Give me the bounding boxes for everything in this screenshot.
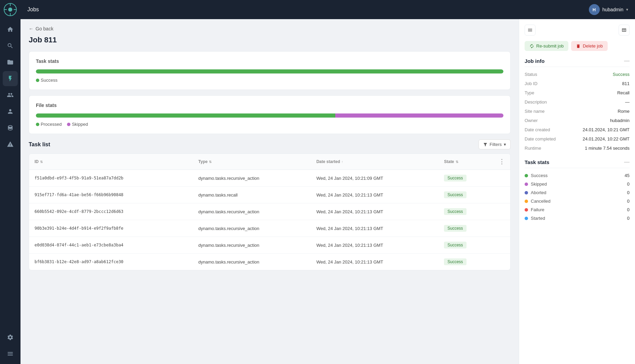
th-date-started: Date started ↑: [311, 154, 439, 170]
date-created-row: Date created 24.01.2024, 10:21 GMT: [525, 127, 630, 132]
th-date-label: Date started: [316, 159, 340, 164]
legend-success: Success: [36, 78, 57, 83]
date-completed-value: 24.01.2024, 10:22 GMT: [583, 136, 630, 141]
owner-value: hubadmin: [610, 118, 630, 123]
skipped-segment: [335, 113, 503, 118]
state-badge: Success: [444, 208, 466, 215]
cell-actions: [493, 220, 510, 237]
panel-layout-icon[interactable]: [619, 25, 630, 36]
username-label: hubadmin: [603, 7, 624, 12]
table-row[interactable]: 90b3e391-b24e-4d4f-b914-e9f2f9afb8fe dyn…: [29, 220, 510, 237]
sidebar-item-settings[interactable]: [3, 330, 18, 345]
table-row[interactable]: e0d038d4-074f-44c1-aeb1-e73cbe8a3ba4 dyn…: [29, 237, 510, 254]
th-date-sort[interactable]: Date started ↑: [316, 159, 433, 164]
file-stats-bar: [36, 113, 503, 118]
cell-actions: [493, 170, 510, 187]
table-more-icon[interactable]: ⋮: [499, 158, 505, 165]
cell-type: dynamo.tasks.recursive_action: [193, 220, 311, 237]
filters-button[interactable]: Filters ▾: [478, 139, 511, 149]
resubmit-job-button[interactable]: Re-submit job: [525, 41, 568, 51]
th-id: ID ⇅: [29, 154, 193, 170]
table-row[interactable]: f51a0dbd-e9f3-4f5b-91a9-51ea87a7dd2b dyn…: [29, 170, 510, 187]
th-actions: ⋮: [493, 154, 510, 170]
th-type: Type ⇅: [193, 154, 311, 170]
stat-label: Success: [525, 173, 548, 178]
cell-id: bf6b3831-b12e-42e8-ad97-a8ab612fce30: [29, 254, 193, 270]
delete-icon: [576, 44, 581, 49]
state-badge: Success: [444, 191, 466, 198]
cell-type: dynamo.tasks.recursive_action: [193, 237, 311, 254]
th-type-sort[interactable]: Type ⇅: [198, 159, 305, 164]
job-info-collapse-icon[interactable]: —: [624, 58, 630, 64]
task-stats-panel-header: Task stats —: [525, 159, 630, 168]
legend-skipped-label: Skipped: [72, 122, 88, 127]
type-row: Type Recall: [525, 90, 630, 95]
task-stats-title: Task stats: [36, 58, 503, 64]
date-created-value: 24.01.2024, 10:21 GMT: [583, 127, 630, 132]
cell-date: Wed, 24 Jan 2024, 10:21:09 GMT: [311, 170, 439, 187]
state-sort-icon: ⇅: [456, 160, 458, 164]
delete-job-button[interactable]: Delete job: [571, 41, 608, 51]
cell-actions: [493, 237, 510, 254]
stat-value: 0: [627, 181, 630, 187]
go-back-label: Go back: [36, 26, 53, 31]
stat-row: Skipped 0: [525, 181, 630, 187]
cell-state: Success: [438, 220, 493, 237]
job-id-value: 811: [622, 81, 630, 86]
cell-date: Wed, 24 Jan 2024, 10:21:13 GMT: [311, 220, 439, 237]
sidebar-item-search[interactable]: [3, 38, 18, 53]
th-state-sort[interactable]: State ⇅: [444, 159, 488, 164]
site-name-value: Rome: [618, 109, 630, 114]
sidebar-item-database[interactable]: [3, 120, 18, 135]
sidebar-item-person[interactable]: [3, 104, 18, 119]
table-row[interactable]: bf6b3831-b12e-42e8-ad97-a8ab612fce30 dyn…: [29, 254, 510, 270]
table-row[interactable]: 915ef717-fd6a-41ae-be56-f66b96b90848 dyn…: [29, 187, 510, 203]
table-body: f51a0dbd-e9f3-4f5b-91a9-51ea87a7dd2b dyn…: [29, 170, 510, 270]
state-badge: Success: [444, 225, 466, 232]
file-stats-title: File stats: [36, 103, 503, 108]
sidebar-item-users-group[interactable]: [3, 87, 18, 103]
main-content: ← Go back Job 811 Task stats Success: [21, 19, 519, 364]
legend-processed-label: Processed: [41, 122, 62, 127]
resubmit-icon: [529, 44, 534, 49]
filter-icon: [483, 142, 488, 147]
delete-label: Delete job: [583, 43, 603, 49]
task-stats-collapse-icon[interactable]: —: [624, 159, 630, 165]
stat-name: Skipped: [531, 181, 547, 187]
th-id-sort[interactable]: ID ⇅: [35, 159, 187, 164]
topbar-user[interactable]: H hubadmin ▾: [589, 4, 629, 15]
type-label: Type: [525, 90, 534, 95]
sidebar-nav: [3, 19, 18, 327]
site-name-label: Site name: [525, 109, 545, 114]
sidebar-item-collapse[interactable]: [3, 346, 18, 361]
task-stats-legend: Success: [36, 78, 503, 83]
cell-state: Success: [438, 254, 493, 270]
stat-row: Success 45: [525, 173, 630, 178]
skipped-dot: [67, 123, 70, 126]
resubmit-label: Re-submit job: [536, 43, 564, 49]
main-wrapper: Jobs H hubadmin ▾ ← Go back Job 811 Task…: [21, 0, 635, 364]
panel-sidebar-icon[interactable]: [525, 25, 536, 36]
topbar-title: Jobs: [27, 6, 589, 13]
content-area: ← Go back Job 811 Task stats Success: [21, 19, 635, 364]
cell-date: Wed, 24 Jan 2024, 10:21:13 GMT: [311, 237, 439, 254]
app-logo[interactable]: [0, 0, 21, 19]
sidebar-item-home[interactable]: [3, 22, 18, 37]
th-id-label: ID: [35, 159, 39, 164]
date-completed-label: Date completed: [525, 136, 556, 141]
success-dot: [36, 79, 39, 82]
table-row[interactable]: 660b5542-092e-4cdf-8779-2bccc12d6d63 dyn…: [29, 203, 510, 220]
cell-date: Wed, 24 Jan 2024, 10:21:13 GMT: [311, 203, 439, 220]
sidebar-item-jobs[interactable]: [3, 71, 18, 86]
filters-label: Filters: [490, 142, 502, 147]
job-id-label: Job ID: [525, 81, 538, 86]
stat-name: Success: [531, 173, 548, 178]
go-back-link[interactable]: ← Go back: [29, 26, 511, 31]
file-stats-card: File stats Processed Skipped: [29, 95, 511, 134]
svg-point-1: [8, 8, 12, 12]
sidebar-item-folder[interactable]: [3, 55, 18, 70]
stat-label: Aborted: [525, 190, 546, 195]
owner-row: Owner hubadmin: [525, 118, 630, 123]
stat-name: Aborted: [531, 190, 546, 195]
sidebar-item-alert[interactable]: [3, 137, 18, 152]
